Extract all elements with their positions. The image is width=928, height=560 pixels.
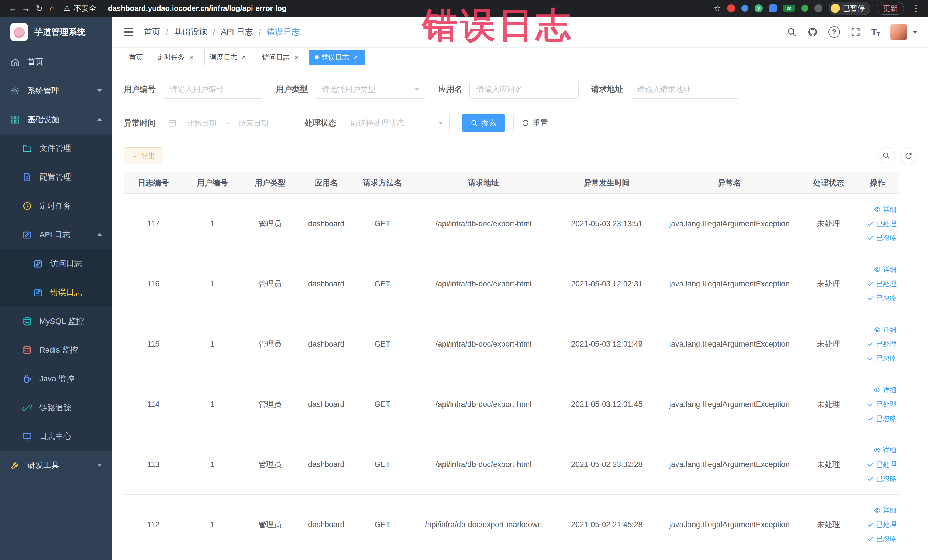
ignored-link[interactable]: 已忽略 — [867, 293, 897, 303]
process-status-select[interactable] — [343, 113, 450, 132]
address-bar[interactable]: ⚠ 不安全 dashboard.yudao.iocoder.cn/infra/l… — [64, 3, 286, 14]
date-range-picker[interactable]: - — [163, 113, 292, 132]
logo-avatar — [10, 23, 28, 41]
export-button[interactable]: 导出 — [124, 148, 163, 164]
close-icon[interactable]: × — [292, 53, 301, 61]
tab-home[interactable]: 首页 — [124, 50, 148, 65]
ignored-link[interactable]: 已忽略 — [867, 474, 897, 483]
fullscreen-icon[interactable] — [850, 26, 861, 37]
forward-icon[interactable]: → — [20, 3, 32, 13]
sidebar-item-error-log[interactable]: 错误日志 — [0, 278, 112, 307]
update-button[interactable]: 更新 — [877, 2, 904, 15]
user-type-select[interactable] — [314, 80, 426, 99]
breadcrumb-home[interactable]: 首页 — [144, 26, 160, 38]
column-header-actions: 操作 — [855, 172, 899, 194]
search-toggle-button[interactable] — [878, 147, 895, 164]
help-icon[interactable]: ? — [829, 26, 840, 38]
detail-link[interactable]: 详细 — [874, 506, 897, 515]
close-icon[interactable]: × — [352, 53, 360, 61]
extensions-menu-icon[interactable] — [815, 4, 823, 12]
tab-access-log[interactable]: 访问日志 × — [257, 50, 306, 65]
ignored-link[interactable]: 已忽略 — [867, 354, 897, 363]
sidebar-item-api-log[interactable]: API 日志 — [0, 220, 112, 249]
github-icon[interactable] — [807, 26, 818, 37]
bookmark-star-icon[interactable]: ☆ — [714, 4, 721, 13]
refresh-button[interactable] — [900, 147, 917, 164]
cell-user-type: 管理员 — [242, 194, 298, 254]
browser-menu-kebab-icon[interactable]: ⋮ — [910, 3, 922, 14]
column-header-status: 处理状态 — [802, 172, 855, 194]
extension-icon[interactable] — [727, 4, 735, 12]
avatar-chevron-down-icon[interactable] — [913, 31, 918, 34]
detail-link[interactable]: 详细 — [874, 446, 897, 455]
processed-link[interactable]: 已处理 — [867, 279, 897, 288]
extension-icon[interactable] — [801, 5, 808, 12]
ignored-link[interactable]: 已忽略 — [867, 414, 897, 423]
back-icon[interactable]: ← — [6, 3, 20, 13]
search-button[interactable]: 搜索 — [462, 113, 505, 132]
app-logo[interactable]: 芋道管理系统 — [0, 17, 112, 47]
extension-on-icon[interactable]: on — [783, 5, 795, 12]
sidebar-item-system[interactable]: 系统管理 — [0, 76, 112, 105]
font-size-icon[interactable]: T T — [871, 27, 880, 37]
breadcrumb-infra[interactable]: 基础设施 — [174, 26, 207, 38]
menu-label: Redis 监控 — [40, 345, 78, 356]
detail-link[interactable]: 详细 — [874, 205, 897, 214]
search-icon[interactable] — [786, 26, 797, 37]
cell-method: GET — [354, 254, 411, 314]
process-status-select-input[interactable] — [343, 113, 450, 132]
user-avatar[interactable] — [890, 24, 907, 40]
tab-scheduled-jobs[interactable]: 定时任务 × — [152, 50, 201, 65]
cell-request-url: /api/infra/db-doc/export-html — [411, 314, 557, 374]
ignored-link[interactable]: 已忽略 — [867, 233, 897, 243]
column-header-method: 请求方法名 — [354, 172, 411, 194]
sidebar-item-trace[interactable]: 链路追踪 — [0, 393, 112, 422]
tab-error-log[interactable]: 错误日志 × — [309, 50, 365, 65]
tab-schedule-log[interactable]: 调度日志 × — [204, 50, 253, 65]
processed-link[interactable]: 已处理 — [867, 339, 897, 349]
cell-request-url: /api/infra/db-doc/export-html — [411, 194, 557, 254]
cell-method: GET — [354, 435, 411, 495]
reload-icon[interactable]: ↻ — [32, 3, 46, 14]
app: 芋道管理系统 首页 系统管理 基础设施 — [0, 17, 928, 560]
request-url-input[interactable] — [630, 80, 739, 99]
breadcrumb-api-log[interactable]: API 日志 — [221, 26, 253, 38]
sidebar-item-file-manage[interactable]: 文件管理 — [0, 134, 112, 163]
reset-button[interactable]: 重置 — [513, 113, 556, 132]
detail-link[interactable]: 详细 — [874, 265, 897, 274]
processed-link[interactable]: 已处理 — [867, 520, 897, 529]
end-date-input[interactable] — [232, 118, 276, 128]
column-header-request-url: 请求地址 — [411, 172, 557, 194]
start-date-input[interactable] — [179, 118, 223, 128]
extension-icon[interactable] — [742, 5, 748, 12]
request-url-label: 请求地址 — [591, 84, 623, 95]
processed-link[interactable]: 已处理 — [867, 400, 897, 409]
extension-icon[interactable] — [769, 4, 777, 12]
processed-link[interactable]: 已处理 — [867, 219, 897, 228]
sidebar-item-dev-tools[interactable]: 研发工具 — [0, 451, 112, 479]
close-icon[interactable]: × — [240, 53, 248, 61]
processed-link[interactable]: 已处理 — [867, 460, 897, 469]
sidebar-item-infra[interactable]: 基础设施 — [0, 105, 112, 134]
sidebar-item-access-log[interactable]: 访问日志 — [0, 249, 112, 278]
detail-link[interactable]: 详细 — [874, 325, 897, 334]
sidebar-item-redis-monitor[interactable]: Redis 监控 — [0, 336, 112, 364]
detail-link[interactable]: 详细 — [874, 385, 897, 395]
sidebar-item-java-monitor[interactable]: Java 监控 — [0, 364, 112, 393]
sidebar: 芋道管理系统 首页 系统管理 基础设施 — [0, 17, 112, 560]
profile-chip[interactable]: 已暂停 — [829, 2, 870, 15]
sidebar-item-log-center[interactable]: 日志中心 — [0, 422, 112, 451]
user-type-select-input[interactable] — [314, 80, 426, 99]
user-id-input[interactable] — [163, 80, 263, 99]
app-name-input[interactable] — [469, 80, 578, 99]
sidebar-item-home[interactable]: 首页 — [0, 47, 112, 76]
sidebar-menu: 首页 系统管理 基础设施 文件管理 — [0, 47, 112, 479]
close-icon[interactable]: × — [188, 53, 195, 61]
hamburger-icon[interactable] — [123, 26, 135, 38]
vue-devtools-icon[interactable]: V — [754, 4, 763, 12]
ignored-link[interactable]: 已忽略 — [867, 534, 897, 543]
sidebar-item-scheduled-jobs[interactable]: 定时任务 — [0, 191, 112, 220]
sidebar-item-config-manage[interactable]: 配置管理 — [0, 163, 112, 191]
browser-home-icon[interactable]: ⌂ — [46, 3, 59, 13]
sidebar-item-mysql-monitor[interactable]: MySQL 监控 — [0, 307, 112, 336]
